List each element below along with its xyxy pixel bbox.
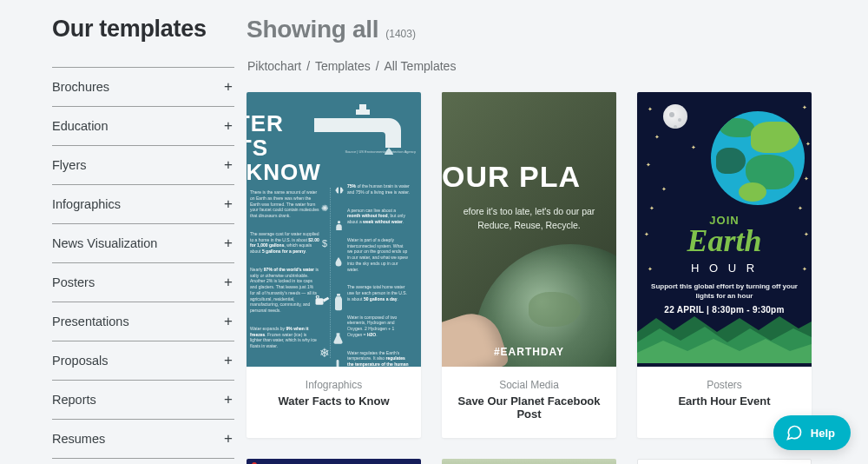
preview-text: CTS: [247, 136, 321, 160]
virus-icon: ✺: [321, 203, 328, 213]
svg-rect-1: [337, 294, 340, 296]
star-icon: ✦: [691, 144, 696, 151]
star-icon: ✦: [661, 186, 667, 193]
sidebar-item-infographics[interactable]: Infographics+: [52, 185, 234, 224]
star-icon: ✦: [798, 205, 803, 212]
sidebar-item-presentations[interactable]: Presentations+: [52, 302, 234, 341]
expand-icon: +: [224, 196, 233, 213]
sidebar-item-label: News Visualization: [52, 236, 157, 250]
sidebar-item-label: Resumes: [52, 432, 105, 446]
preview-hour: H O U R: [637, 262, 812, 275]
template-title: Water Facts to Know: [252, 394, 416, 408]
moon-icon: [663, 104, 687, 129]
dollar-icon: $: [322, 238, 327, 249]
preview-subtext: efore it's too late, let's do our par Re…: [442, 205, 616, 233]
breadcrumb-sep: /: [376, 59, 379, 73]
template-preview: ✦ ✦ ✦ ✦ ✦ ✦ ✦ ✦ ✦ ✦ ✦ ✦ ✦ ✦ JOIN Earth H: [637, 92, 812, 367]
sidebar-item-label: Education: [52, 119, 108, 133]
expand-icon: +: [224, 313, 233, 330]
svg-point-0: [338, 221, 340, 223]
earth-icon: [711, 111, 805, 205]
template-card-body: Infographics Water Facts to Know: [247, 367, 421, 425]
bottle-icon: [332, 294, 345, 315]
template-category: Infographics: [252, 379, 416, 391]
expand-icon: +: [224, 117, 233, 135]
person-icon: [333, 219, 345, 235]
sidebar-item-brochures[interactable]: Brochures+: [52, 68, 234, 107]
sidebar-item-education[interactable]: Education+: [52, 107, 234, 146]
star-icon: ✦: [804, 176, 809, 182]
template-card-body: Social Media Save Our Planet Facebook Po…: [442, 367, 616, 438]
template-card-partial[interactable]: [637, 459, 812, 464]
sidebar-item-label: Posters: [52, 275, 95, 289]
watering-can-icon: [314, 295, 330, 311]
sidebar-item-label: Brochures: [52, 80, 109, 94]
expand-icon: +: [224, 391, 233, 408]
breadcrumb: Piktochart / Templates / All Templates: [247, 59, 868, 73]
preview-text: ATER: [247, 111, 321, 136]
preview-earth-word: Earth: [637, 222, 812, 259]
breadcrumb-item[interactable]: Piktochart: [247, 59, 301, 73]
template-card-water-facts[interactable]: ATER CTS O KNOW Source | US Environmenta…: [247, 92, 421, 438]
sidebar-item-resumes[interactable]: Resumes+: [52, 420, 234, 459]
preview-source: Source | US Environmental Protection Age…: [345, 149, 416, 154]
star-icon: ✦: [646, 162, 651, 169]
preview-text: O KNOW: [247, 160, 321, 184]
template-preview: E OUR PLA efore it's too late, let's do …: [442, 92, 616, 367]
sidebar-item-news-visualization[interactable]: News Visualization+: [52, 224, 234, 263]
preview-body-left: There is the same amount of water on Ear…: [250, 189, 319, 361]
flask-icon: [332, 332, 345, 348]
sidebar-item-proposals[interactable]: Proposals+: [52, 341, 234, 381]
sidebar-category-list: Brochures+ Education+ Flyers+ Infographi…: [52, 67, 234, 459]
template-card-partial[interactable]: [247, 459, 421, 464]
star-icon: ✦: [802, 104, 807, 111]
sidebar-item-label: Proposals: [52, 354, 108, 368]
help-label: Help: [811, 427, 835, 440]
expand-icon: +: [224, 78, 233, 96]
svg-rect-4: [316, 298, 324, 305]
droplet-icon: [333, 255, 344, 271]
thermometer-icon: [333, 360, 342, 367]
template-card-save-our-planet[interactable]: E OUR PLA efore it's too late, let's do …: [442, 92, 616, 438]
star-icon: ✦: [649, 205, 654, 212]
star-icon: ✦: [654, 134, 660, 141]
preview-body-right: 75% of the human brain is water and 75% …: [347, 183, 410, 367]
expand-icon: +: [224, 235, 233, 252]
page-title: Showing all: [247, 16, 378, 43]
svg-point-5: [316, 295, 319, 298]
brain-icon: [334, 184, 345, 200]
template-title: Save Our Planet Facebook Post: [447, 394, 611, 421]
sidebar-item-label: Reports: [52, 393, 96, 407]
template-grid: ATER CTS O KNOW Source | US Environmenta…: [247, 92, 868, 464]
template-category: Social Media: [447, 379, 611, 391]
template-title: Earth Hour Event: [642, 394, 806, 408]
preview-headline: E OUR PLA: [442, 160, 581, 194]
sidebar-title: Our templates: [52, 16, 234, 43]
svg-rect-2: [337, 360, 339, 367]
star-icon: ✦: [806, 141, 811, 148]
template-card-earth-hour[interactable]: ✦ ✦ ✦ ✦ ✦ ✦ ✦ ✦ ✦ ✦ ✦ ✦ ✦ ✦ JOIN Earth H: [637, 92, 812, 438]
help-icon: [786, 424, 803, 441]
sidebar-item-posters[interactable]: Posters+: [52, 263, 234, 302]
breadcrumb-sep: /: [306, 59, 310, 73]
snowflake-icon: ❄: [319, 346, 330, 360]
faucet-icon: [314, 103, 404, 155]
sidebar-item-label: Infographics: [52, 197, 121, 211]
main-header: Showing all (1403): [247, 16, 868, 43]
template-card-partial[interactable]: [442, 459, 616, 464]
breadcrumb-item[interactable]: Templates: [315, 59, 371, 73]
expand-icon: +: [224, 156, 233, 174]
results-count: (1403): [385, 28, 416, 40]
preview-hashtag: #EARTHDAY: [442, 346, 616, 358]
preview-support: Support this global effort by turning of…: [649, 282, 799, 301]
expand-icon: +: [224, 352, 233, 369]
star-icon: ✦: [648, 106, 653, 113]
template-category: Posters: [642, 379, 806, 391]
breadcrumb-item[interactable]: All Templates: [384, 59, 456, 73]
sidebar-item-reports[interactable]: Reports+: [52, 381, 234, 420]
sidebar: Our templates Brochures+ Education+ Flye…: [52, 16, 234, 464]
mountains-icon: [637, 313, 812, 367]
help-button[interactable]: Help: [773, 415, 851, 450]
sidebar-item-flyers[interactable]: Flyers+: [52, 146, 234, 185]
main-content: Showing all (1403) Piktochart / Template…: [234, 16, 868, 464]
